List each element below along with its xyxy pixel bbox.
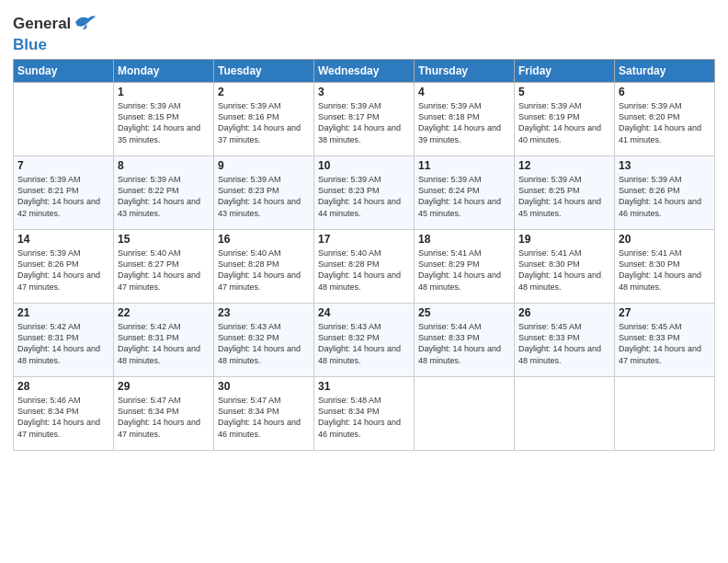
col-header-wednesday: Wednesday	[314, 60, 415, 83]
main-container: General Blue SundayMondayTuesdayWednesda…	[0, 0, 728, 460]
day-number: 13	[619, 159, 711, 172]
day-info: Sunrise: 5:46 AMSunset: 8:34 PMDaylight:…	[17, 395, 109, 440]
calendar-cell: 1Sunrise: 5:39 AMSunset: 8:15 PMDaylight…	[114, 83, 214, 156]
day-number: 3	[318, 86, 410, 98]
day-number: 4	[418, 86, 510, 98]
day-info: Sunrise: 5:39 AMSunset: 8:15 PMDaylight:…	[118, 100, 210, 145]
day-number: 17	[318, 233, 410, 246]
day-info: Sunrise: 5:39 AMSunset: 8:25 PMDaylight:…	[518, 174, 610, 219]
calendar-cell: 31Sunrise: 5:48 AMSunset: 8:34 PMDayligh…	[314, 377, 415, 451]
day-info: Sunrise: 5:39 AMSunset: 8:19 PMDaylight:…	[518, 100, 610, 145]
day-number: 14	[17, 233, 109, 246]
day-number: 7	[17, 159, 109, 172]
calendar-cell: 9Sunrise: 5:39 AMSunset: 8:23 PMDaylight…	[214, 156, 314, 230]
calendar-week-3: 14Sunrise: 5:39 AMSunset: 8:26 PMDayligh…	[14, 230, 715, 304]
calendar-week-4: 21Sunrise: 5:42 AMSunset: 8:31 PMDayligh…	[14, 304, 715, 377]
day-number: 28	[17, 380, 109, 393]
day-number: 23	[218, 306, 310, 319]
day-number: 12	[518, 159, 610, 172]
day-info: Sunrise: 5:42 AMSunset: 8:31 PMDaylight:…	[118, 321, 210, 366]
calendar-week-5: 28Sunrise: 5:46 AMSunset: 8:34 PMDayligh…	[14, 377, 715, 451]
calendar-cell: 21Sunrise: 5:42 AMSunset: 8:31 PMDayligh…	[14, 304, 114, 377]
day-info: Sunrise: 5:43 AMSunset: 8:32 PMDaylight:…	[218, 321, 310, 366]
calendar-cell: 22Sunrise: 5:42 AMSunset: 8:31 PMDayligh…	[114, 304, 214, 377]
day-number: 9	[218, 159, 310, 172]
day-info: Sunrise: 5:39 AMSunset: 8:21 PMDaylight:…	[17, 174, 109, 219]
calendar-week-1: 1Sunrise: 5:39 AMSunset: 8:15 PMDaylight…	[14, 83, 715, 156]
day-info: Sunrise: 5:39 AMSunset: 8:18 PMDaylight:…	[418, 100, 510, 145]
day-info: Sunrise: 5:43 AMSunset: 8:32 PMDaylight:…	[318, 321, 410, 366]
calendar-cell: 20Sunrise: 5:41 AMSunset: 8:30 PMDayligh…	[615, 230, 715, 304]
day-number: 6	[619, 86, 711, 98]
header: General Blue	[13, 9, 715, 53]
calendar-cell: 17Sunrise: 5:40 AMSunset: 8:28 PMDayligh…	[314, 230, 415, 304]
day-number: 11	[418, 159, 510, 172]
calendar-cell: 7Sunrise: 5:39 AMSunset: 8:21 PMDaylight…	[14, 156, 114, 230]
day-number: 25	[418, 306, 510, 319]
day-number: 29	[118, 380, 210, 393]
col-header-sunday: Sunday	[14, 60, 114, 83]
calendar-header-row: SundayMondayTuesdayWednesdayThursdayFrid…	[14, 60, 715, 83]
col-header-tuesday: Tuesday	[214, 60, 314, 83]
calendar-table: SundayMondayTuesdayWednesdayThursdayFrid…	[13, 59, 715, 451]
day-number: 19	[518, 233, 610, 246]
calendar-cell	[14, 83, 114, 156]
calendar-cell: 26Sunrise: 5:45 AMSunset: 8:33 PMDayligh…	[515, 304, 615, 377]
calendar-cell: 16Sunrise: 5:40 AMSunset: 8:28 PMDayligh…	[214, 230, 314, 304]
day-number: 16	[218, 233, 310, 246]
calendar-cell: 10Sunrise: 5:39 AMSunset: 8:23 PMDayligh…	[314, 156, 415, 230]
day-number: 5	[518, 86, 610, 98]
day-number: 31	[318, 380, 410, 393]
day-info: Sunrise: 5:39 AMSunset: 8:23 PMDaylight:…	[318, 174, 410, 219]
day-info: Sunrise: 5:41 AMSunset: 8:30 PMDaylight:…	[518, 247, 610, 293]
logo: General Blue	[13, 13, 97, 53]
day-info: Sunrise: 5:48 AMSunset: 8:34 PMDaylight:…	[318, 395, 410, 440]
day-number: 10	[318, 159, 410, 172]
day-number: 15	[118, 233, 210, 246]
day-info: Sunrise: 5:45 AMSunset: 8:33 PMDaylight:…	[518, 321, 610, 366]
day-info: Sunrise: 5:47 AMSunset: 8:34 PMDaylight:…	[118, 395, 210, 440]
col-header-saturday: Saturday	[615, 60, 715, 83]
day-number: 26	[518, 306, 610, 319]
day-info: Sunrise: 5:39 AMSunset: 8:17 PMDaylight:…	[318, 100, 410, 145]
day-info: Sunrise: 5:39 AMSunset: 8:26 PMDaylight:…	[17, 247, 109, 293]
col-header-thursday: Thursday	[415, 60, 515, 83]
day-info: Sunrise: 5:39 AMSunset: 8:23 PMDaylight:…	[218, 174, 310, 219]
calendar-cell: 23Sunrise: 5:43 AMSunset: 8:32 PMDayligh…	[214, 304, 314, 377]
calendar-cell: 5Sunrise: 5:39 AMSunset: 8:19 PMDaylight…	[515, 83, 615, 156]
day-info: Sunrise: 5:39 AMSunset: 8:22 PMDaylight:…	[118, 174, 210, 219]
calendar-cell: 14Sunrise: 5:39 AMSunset: 8:26 PMDayligh…	[14, 230, 114, 304]
calendar-cell: 30Sunrise: 5:47 AMSunset: 8:34 PMDayligh…	[214, 377, 314, 451]
calendar-cell: 6Sunrise: 5:39 AMSunset: 8:20 PMDaylight…	[615, 83, 715, 156]
day-info: Sunrise: 5:42 AMSunset: 8:31 PMDaylight:…	[17, 321, 109, 366]
calendar-cell: 15Sunrise: 5:40 AMSunset: 8:27 PMDayligh…	[114, 230, 214, 304]
day-info: Sunrise: 5:39 AMSunset: 8:26 PMDaylight:…	[619, 174, 711, 219]
calendar-cell: 3Sunrise: 5:39 AMSunset: 8:17 PMDaylight…	[314, 83, 415, 156]
logo-general-text: General	[13, 13, 97, 36]
calendar-cell: 11Sunrise: 5:39 AMSunset: 8:24 PMDayligh…	[415, 156, 515, 230]
logo-bird-icon	[74, 13, 97, 31]
calendar-cell: 29Sunrise: 5:47 AMSunset: 8:34 PMDayligh…	[114, 377, 214, 451]
day-number: 22	[118, 306, 210, 319]
calendar-week-2: 7Sunrise: 5:39 AMSunset: 8:21 PMDaylight…	[14, 156, 715, 230]
calendar-cell: 8Sunrise: 5:39 AMSunset: 8:22 PMDaylight…	[114, 156, 214, 230]
day-number: 18	[418, 233, 510, 246]
calendar-cell	[415, 377, 515, 451]
day-number: 1	[118, 86, 210, 98]
day-info: Sunrise: 5:41 AMSunset: 8:30 PMDaylight:…	[619, 247, 711, 293]
col-header-friday: Friday	[515, 60, 615, 83]
day-info: Sunrise: 5:40 AMSunset: 8:28 PMDaylight:…	[218, 247, 310, 293]
day-number: 20	[619, 233, 711, 246]
day-info: Sunrise: 5:41 AMSunset: 8:29 PMDaylight:…	[418, 247, 510, 293]
calendar-cell: 27Sunrise: 5:45 AMSunset: 8:33 PMDayligh…	[615, 304, 715, 377]
calendar-cell: 12Sunrise: 5:39 AMSunset: 8:25 PMDayligh…	[515, 156, 615, 230]
calendar-cell: 28Sunrise: 5:46 AMSunset: 8:34 PMDayligh…	[14, 377, 114, 451]
col-header-monday: Monday	[114, 60, 214, 83]
calendar-cell: 24Sunrise: 5:43 AMSunset: 8:32 PMDayligh…	[314, 304, 415, 377]
calendar-cell	[515, 377, 615, 451]
calendar-cell: 2Sunrise: 5:39 AMSunset: 8:16 PMDaylight…	[214, 83, 314, 156]
day-number: 2	[218, 86, 310, 98]
logo-blue-text: Blue	[13, 36, 97, 54]
calendar-cell: 18Sunrise: 5:41 AMSunset: 8:29 PMDayligh…	[415, 230, 515, 304]
day-info: Sunrise: 5:39 AMSunset: 8:16 PMDaylight:…	[218, 100, 310, 145]
